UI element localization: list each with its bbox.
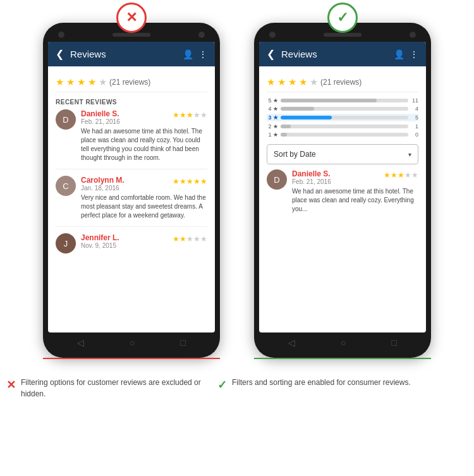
menu-icon-good[interactable]: ⋮ <box>410 49 418 59</box>
bar-label-4: 4 ★ <box>267 106 278 112</box>
menu-icon-bad[interactable]: ⋮ <box>198 49 207 59</box>
review-stars-1-bad: ★ ★ ★ ★ ★ <box>173 111 207 119</box>
nav-back-bad[interactable]: ◁ <box>77 338 84 348</box>
js4: ★ <box>193 235 200 243</box>
cs5: ★ <box>200 177 207 186</box>
footer: ✕ Filtering options for customer reviews… <box>6 372 468 400</box>
js3: ★ <box>186 235 193 243</box>
review-stars-3-bad: ★ ★ ★ ★ ★ <box>173 235 207 243</box>
badge-bad: ✕ <box>116 3 147 33</box>
reviewer-date-1-good: Feb. 21, 2016 <box>292 178 331 185</box>
app-bar-good: ❮ Reviews 👤 ⋮ <box>259 42 426 66</box>
screen-bad: ❮ Reviews 👤 ⋮ ★ ★ ★ ★ ★ (21 reviews) <box>48 42 215 333</box>
bar-fill-2 <box>281 125 291 128</box>
camera-good <box>269 32 276 38</box>
phone-frame-bad: ❮ Reviews 👤 ⋮ ★ ★ ★ ★ ★ (21 reviews) <box>43 23 220 358</box>
bar-row-3[interactable]: 3 ★ 5 <box>267 114 418 121</box>
star5: ★ <box>99 76 107 88</box>
avatar-danielle-bad: D <box>56 109 76 130</box>
footer-icon-bad: ✕ <box>6 378 16 392</box>
cs3: ★ <box>186 177 193 186</box>
reviewer-date-3-bad: Nov. 9, 2015 <box>81 242 119 249</box>
bar-count-5: 11 <box>411 97 418 104</box>
nav-recent-bad[interactable]: □ <box>181 338 186 348</box>
rs3: ★ <box>186 111 193 119</box>
cs2: ★ <box>179 177 186 186</box>
phone-bad: ✕ ❮ Reviews 👤 ⋮ ★ <box>33 13 229 362</box>
app-title-good: Reviews <box>281 49 387 59</box>
js5: ★ <box>200 235 207 243</box>
review-stars-2-bad: ★ ★ ★ ★ ★ <box>173 177 207 186</box>
avatar-danielle-good: D <box>267 169 287 190</box>
nav-back-good[interactable]: ◁ <box>288 338 295 348</box>
nav-home-bad[interactable]: ○ <box>130 338 135 348</box>
bar-count-2: 1 <box>411 123 418 130</box>
gstar5: ★ <box>310 76 318 88</box>
gstar2: ★ <box>277 76 286 88</box>
person-icon-bad[interactable]: 👤 <box>183 49 193 59</box>
review-inline-2-bad: Carolynn M. Jan. 18, 2016 ★ ★ ★ ★ ★ <box>81 176 207 192</box>
phone-good: ✓ ❮ Reviews 👤 ⋮ ★ <box>245 13 441 362</box>
app-bar-bad: ❮ Reviews 👤 ⋮ <box>48 42 215 66</box>
review-text-1-bad: We had an awesome time at this hotel. Th… <box>81 127 207 162</box>
bar-fill-1 <box>281 133 287 137</box>
rs5: ★ <box>200 111 207 119</box>
avatar-jennifer-bad: J <box>56 233 76 253</box>
bar-label-5: 5 ★ <box>267 97 278 104</box>
back-button-good[interactable]: ❮ <box>267 48 275 60</box>
bar-label-3: 3 ★ <box>267 114 278 121</box>
review-count-bad: (21 reviews) <box>109 78 150 87</box>
nav-bar-bad: ◁ ○ □ <box>48 333 215 351</box>
bar-row-4[interactable]: 4 ★ 4 <box>267 106 418 112</box>
dropdown-arrow: ▾ <box>408 151 411 158</box>
badge-good: ✓ <box>327 3 358 33</box>
js2: ★ <box>179 235 186 243</box>
review-meta-1-bad: Danielle S. Feb. 21, 2016 ★ ★ ★ ★ ★ <box>81 109 207 162</box>
bar-fill-3 <box>281 116 332 119</box>
stars-summary-good: ★ ★ ★ ★ ★ (21 reviews) <box>267 73 418 92</box>
back-button-bad[interactable]: ❮ <box>56 48 64 60</box>
bar-fill-4 <box>281 107 314 111</box>
bar-track-4 <box>281 107 408 111</box>
nav-home-good[interactable]: ○ <box>341 338 346 348</box>
review-meta-1-good: Danielle S. Feb. 21, 2016 ★ ★ ★ ★ ★ <box>292 169 418 214</box>
bar-row-1[interactable]: 1 ★ 0 <box>267 131 418 138</box>
sort-dropdown[interactable]: Sort by Date ▾ <box>267 144 418 164</box>
grs2: ★ <box>391 171 398 180</box>
reviewer-name-1-good: Danielle S. <box>292 169 331 178</box>
reviewer-info-1-bad: Danielle S. Feb. 21, 2016 <box>81 109 120 125</box>
rs1: ★ <box>173 111 179 119</box>
stars-summary-bad: ★ ★ ★ ★ ★ (21 reviews) <box>56 73 207 92</box>
bar-track-2 <box>281 125 408 128</box>
review-text-1-good: We had an awesome time at this hotel. Th… <box>292 187 418 214</box>
reviewer-name-2-bad: Carolynn M. <box>81 176 125 185</box>
review-item-2-bad: C Carolynn M. Jan. 18, 2016 ★ ★ <box>56 176 207 227</box>
reviewer-info-1-good: Danielle S. Feb. 21, 2016 <box>292 169 331 185</box>
reviewer-name-3-bad: Jennifer L. <box>81 233 119 242</box>
speaker-bad <box>112 33 150 37</box>
nav-bar-good: ◁ ○ □ <box>259 333 426 351</box>
person-icon-good[interactable]: 👤 <box>394 49 404 59</box>
rating-bars: 5 ★ 11 4 ★ 4 <box>267 97 418 138</box>
bar-label-1: 1 ★ <box>267 131 278 138</box>
reviewer-date-1-bad: Feb. 21, 2016 <box>81 118 120 125</box>
grs4: ★ <box>404 171 411 180</box>
review-item-1-good: D Danielle S. Feb. 21, 2016 ★ ★ <box>267 169 418 220</box>
reviewer-info-2-bad: Carolynn M. Jan. 18, 2016 <box>81 176 125 192</box>
bar-row-2[interactable]: 2 ★ 1 <box>267 123 418 130</box>
rs2: ★ <box>179 111 186 119</box>
bar-row-5[interactable]: 5 ★ 11 <box>267 97 418 104</box>
review-stars-1-good: ★ ★ ★ ★ ★ <box>384 171 418 180</box>
screen-content-bad: ★ ★ ★ ★ ★ (21 reviews) RECENT REVIEWS D <box>48 66 215 272</box>
star1: ★ <box>56 76 64 88</box>
footer-icon-good: ✓ <box>217 378 227 392</box>
nav-recent-good[interactable]: □ <box>392 338 397 348</box>
section-title-bad: RECENT REVIEWS <box>56 99 207 106</box>
gstar3: ★ <box>288 76 296 88</box>
sort-label: Sort by Date <box>274 150 316 159</box>
bar-track-5 <box>281 99 408 102</box>
review-item-1-bad: D Danielle S. Feb. 21, 2016 ★ ★ <box>56 109 207 169</box>
screen-good: ❮ Reviews 👤 ⋮ ★ ★ ★ ★ ★ (21 reviews) <box>259 42 426 333</box>
review-inline-1-good: Danielle S. Feb. 21, 2016 ★ ★ ★ ★ ★ <box>292 169 418 185</box>
phones-comparison: ✕ ❮ Reviews 👤 ⋮ ★ <box>6 13 468 362</box>
